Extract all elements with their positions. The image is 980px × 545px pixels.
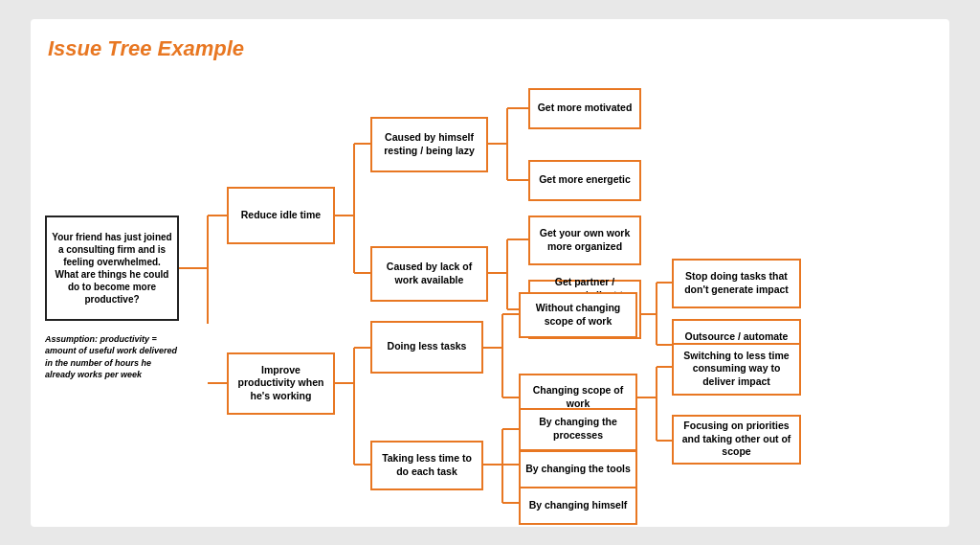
get-organized-node: Get your own work more organized	[528, 216, 641, 265]
reduce-idle-node: Reduce idle time	[227, 187, 335, 244]
doing-less-node: Doing less tasks	[370, 321, 483, 374]
stop-doing-node: Stop doing tasks that don't generate imp…	[672, 259, 801, 308]
focusing-node: Focusing on priorities and taking other …	[672, 415, 801, 465]
by-himself-node: By changing himself	[519, 487, 637, 525]
caused-himself-node: Caused by himself resting / being lazy	[370, 117, 488, 172]
caused-lack-node: Caused by lack of work available	[370, 246, 488, 302]
by-processes-node: By changing the processes	[519, 408, 637, 451]
without-changing-node: Without changing scope of work	[519, 292, 637, 338]
root-node: Your friend has just joined a consulting…	[45, 216, 179, 321]
switching-node: Switching to less time consuming way to …	[672, 343, 801, 396]
slide-title: Issue Tree Example	[48, 36, 926, 61]
slide: Issue Tree Example	[31, 19, 949, 527]
taking-less-node: Taking less time to do each task	[370, 441, 483, 490]
improve-prod-node: Improve productivity when he's working	[227, 352, 335, 415]
tree-container: Your friend has just joined a consulting…	[40, 67, 940, 517]
get-motivated-node: Get more motivated	[528, 88, 641, 129]
by-tools-node: By changing the tools	[519, 450, 637, 488]
get-energetic-node: Get more energetic	[528, 160, 641, 201]
assumption-text: Assumption: productivity = amount of use…	[45, 333, 179, 381]
